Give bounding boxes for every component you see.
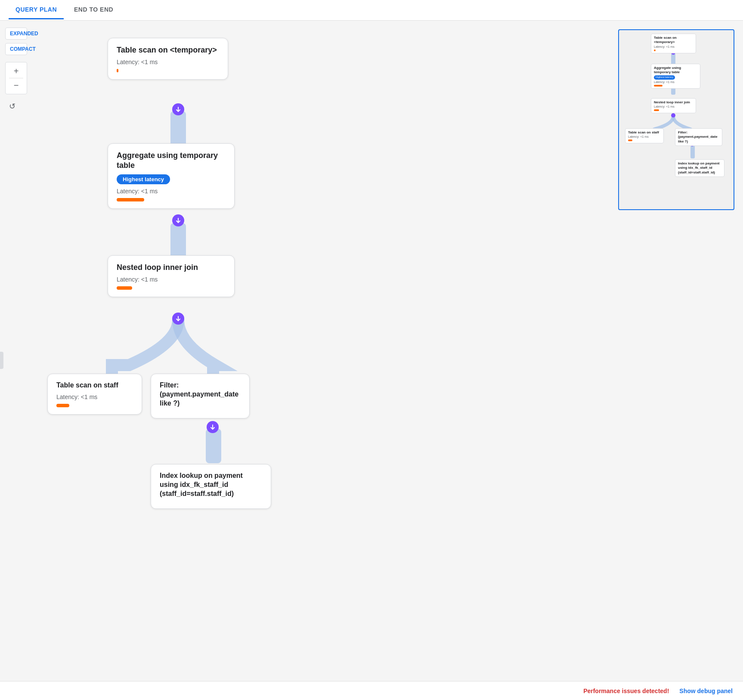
- node-table-scan-temp-bar: [117, 69, 118, 72]
- svg-rect-3: [206, 429, 221, 463]
- node-nested-loop-title: Nested loop inner join: [117, 263, 226, 273]
- node-filter-title: Filter: (payment.payment_date like ?): [160, 381, 241, 408]
- node-aggregate-bar: [117, 198, 144, 201]
- tab-query-plan[interactable]: QUERY PLAN: [9, 1, 64, 19]
- mini-node-table-scan-staff: Table scan on staff Latency: <1 ms: [625, 128, 664, 143]
- svg-point-9: [671, 113, 675, 118]
- expanded-button[interactable]: EXPANDED: [5, 28, 27, 40]
- arrow-circle-4: [207, 421, 219, 433]
- node-filter[interactable]: Filter: (payment.payment_date like ?): [151, 374, 250, 418]
- node-table-scan-temp[interactable]: Table scan on <temporary> Latency: <1 ms: [108, 38, 228, 80]
- side-drag-handle[interactable]: [0, 352, 3, 369]
- left-controls: EXPANDED COMPACT + − ↺: [0, 21, 32, 120]
- node-table-scan-temp-latency: Latency: <1 ms: [117, 59, 219, 65]
- node-table-scan-temp-title: Table scan on <temporary>: [117, 45, 219, 55]
- bottom-bar: Performance issues detected! Show debug …: [0, 681, 743, 700]
- node-index-lookup-title: Index lookup on payment using idx_fk_sta…: [160, 471, 262, 498]
- zoom-out-button[interactable]: −: [9, 78, 23, 92]
- node-nested-loop[interactable]: Nested loop inner join Latency: <1 ms: [108, 255, 235, 297]
- highest-latency-badge: Highest latency: [117, 174, 170, 184]
- compact-button[interactable]: COMPACT: [5, 43, 27, 55]
- node-table-scan-staff-latency: Latency: <1 ms: [56, 393, 133, 400]
- node-table-scan-staff[interactable]: Table scan on staff Latency: <1 ms: [47, 374, 142, 415]
- header-tabs: QUERY PLAN END TO END: [0, 0, 743, 21]
- node-table-scan-staff-title: Table scan on staff: [56, 381, 133, 390]
- node-table-scan-staff-bar: [56, 404, 69, 407]
- mini-map: Table scan on <temporary> Latency: <1 ms…: [618, 29, 734, 210]
- arrow-circle-1: [172, 103, 184, 115]
- zoom-in-button[interactable]: +: [9, 64, 23, 78]
- show-debug-panel-link[interactable]: Show debug panel: [679, 688, 733, 694]
- zoom-controls: + −: [5, 62, 27, 94]
- svg-rect-6: [690, 146, 695, 158]
- mini-node-nested-loop: Nested loop inner join Latency: <1 ms: [651, 98, 696, 113]
- tab-end-to-end[interactable]: END TO END: [67, 1, 120, 19]
- node-aggregate[interactable]: Aggregate using temporary table Highest …: [108, 143, 235, 209]
- mini-node-table-scan-temp: Table scan on <temporary> Latency: <1 ms: [651, 34, 696, 53]
- arrow-circle-2: [172, 214, 184, 226]
- main-content: EXPANDED COMPACT + − ↺: [0, 21, 743, 700]
- node-nested-loop-bar: [117, 286, 132, 290]
- node-aggregate-latency: Latency: <1 ms: [117, 188, 226, 195]
- performance-issues-text: Performance issues detected!: [583, 688, 669, 694]
- mini-connector-svg: [619, 30, 734, 209]
- mini-node-aggregate: Aggregate using temporary table Highest …: [651, 64, 700, 89]
- mini-node-filter: Filter: (payment.payment_date like ?): [675, 128, 722, 146]
- node-aggregate-title: Aggregate using temporary table: [117, 151, 226, 171]
- node-index-lookup[interactable]: Index lookup on payment using idx_fk_sta…: [151, 464, 271, 509]
- mini-node-index-lookup: Index lookup on payment using idx_fk_sta…: [675, 159, 724, 177]
- node-nested-loop-latency: Latency: <1 ms: [117, 276, 226, 283]
- reset-zoom-button[interactable]: ↺: [5, 99, 19, 113]
- arrow-circle-3: [172, 313, 184, 325]
